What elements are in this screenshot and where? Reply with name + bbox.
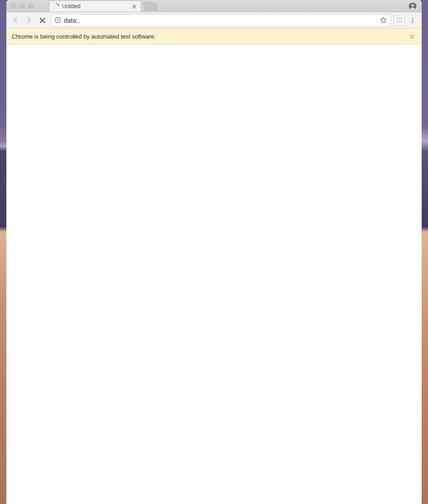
extension-button[interactable]: C <box>394 15 404 26</box>
forward-button[interactable] <box>24 15 34 26</box>
svg-point-1 <box>411 4 414 7</box>
page-viewport[interactable] <box>6 45 422 504</box>
bookmark-star-icon[interactable] <box>379 16 388 25</box>
window-zoom-button[interactable] <box>28 3 34 9</box>
tab-close-button[interactable] <box>131 3 137 10</box>
svg-point-3 <box>57 19 58 19</box>
tab-strip: Untitled <box>6 0 422 12</box>
desktop-wallpaper-left <box>0 0 6 504</box>
browser-tab-active[interactable]: Untitled <box>49 0 141 12</box>
svg-rect-4 <box>57 20 58 22</box>
window-minimize-button[interactable] <box>19 3 25 9</box>
info-bar-message: Chrome is being controlled by automated … <box>12 33 408 40</box>
svg-point-8 <box>412 19 413 20</box>
new-tab-button[interactable] <box>142 2 158 10</box>
browser-window: Untitled <box>6 0 422 504</box>
stop-reload-button[interactable] <box>37 15 48 26</box>
back-button[interactable] <box>10 15 21 26</box>
tab-title: Untitled <box>62 3 131 10</box>
automation-info-bar: Chrome is being controlled by automated … <box>6 29 422 45</box>
address-bar[interactable]: data:, <box>51 14 391 27</box>
svg-point-9 <box>412 22 413 23</box>
site-info-icon[interactable] <box>54 17 61 24</box>
svg-text:C: C <box>398 18 400 22</box>
window-controls <box>6 0 38 12</box>
address-bar-url: data:, <box>64 17 376 24</box>
chrome-menu-button[interactable] <box>407 15 418 26</box>
svg-point-7 <box>412 18 413 19</box>
loading-spinner-icon <box>53 3 59 10</box>
profile-avatar-icon[interactable] <box>408 2 417 11</box>
window-close-button[interactable] <box>11 3 16 9</box>
browser-toolbar: data:, C <box>6 12 422 29</box>
info-bar-close-button[interactable] <box>408 33 416 41</box>
desktop-wallpaper-right <box>422 0 428 504</box>
